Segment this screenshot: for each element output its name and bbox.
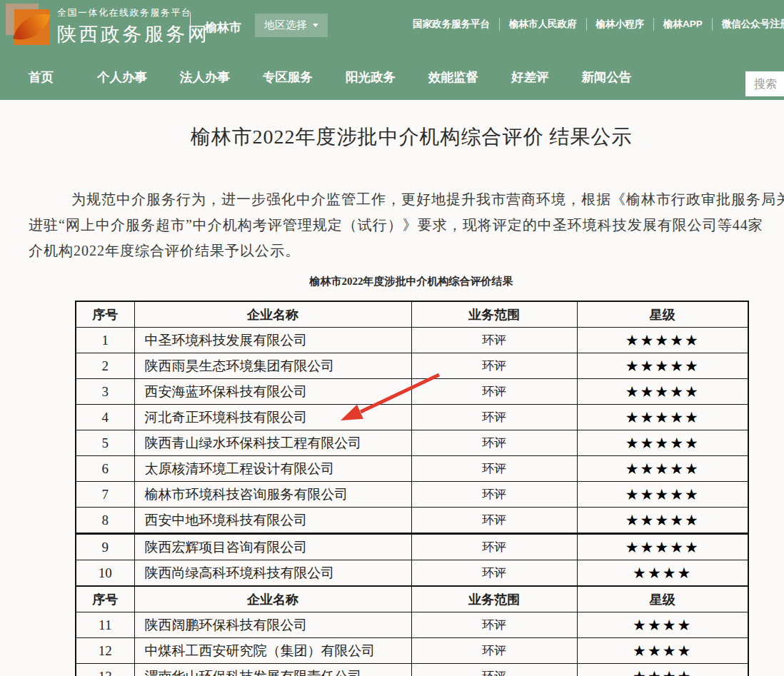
nav-item-7[interactable]: 新闻公告 bbox=[582, 69, 632, 86]
column-header: 星级 bbox=[577, 301, 748, 328]
cell-name: 陕西阔鹏环保科技有限公司 bbox=[134, 612, 411, 638]
table-header-row: 序号企业名称业务范围星级 bbox=[76, 301, 748, 328]
cell-no: 8 bbox=[76, 508, 134, 534]
table-row: 7榆林市环境科技咨询服务有限公司环评★★★★★ bbox=[76, 482, 748, 508]
table-row: 1中圣环境科技发展有限公司环评★★★★★ bbox=[76, 328, 748, 353]
site-name: 陕西政务服务网 bbox=[57, 21, 210, 47]
evaluation-table: 序号企业名称业务范围星级1中圣环境科技发展有限公司环评★★★★★2陕西雨昊生态环… bbox=[75, 301, 749, 676]
nav-item-2[interactable]: 法人办事 bbox=[180, 69, 230, 86]
table-row: 8西安中地环境科技有限公司环评★★★★★ bbox=[76, 508, 748, 534]
nav-item-3[interactable]: 专区服务 bbox=[263, 69, 313, 86]
cell-stars: ★★★★★ bbox=[577, 534, 748, 560]
cell-scope: 环评 bbox=[411, 379, 577, 405]
cell-name: 中圣环境科技发展有限公司 bbox=[134, 328, 411, 353]
cell-stars: ★★★★★ bbox=[577, 328, 748, 353]
chevron-down-icon bbox=[313, 24, 318, 27]
top-link-2[interactable]: 榆林小程序 bbox=[587, 18, 655, 31]
cell-name: 渭南华山环保科技发展有限责任公司 bbox=[134, 664, 411, 676]
cell-scope: 环评 bbox=[411, 612, 577, 638]
cell-name: 中煤科工西安研究院（集团）有限公司 bbox=[134, 638, 411, 664]
cell-scope: 环评 bbox=[411, 508, 577, 534]
top-links: 国家政务服务平台榆林市人民政府榆林小程序榆林APP微信公众号 bbox=[413, 18, 779, 31]
page-title: 榆林市2022年度涉批中介机构综合评价 结果公示 bbox=[0, 123, 784, 151]
current-city-label: 榆林市 bbox=[205, 19, 241, 36]
cell-no: 7 bbox=[76, 482, 134, 508]
cell-scope: 环评 bbox=[411, 430, 577, 456]
site-brand: 全国一体化在线政务服务平台 陕西政务服务网 bbox=[57, 6, 210, 47]
cell-name: 榆林市环境科技咨询服务有限公司 bbox=[134, 482, 411, 508]
cell-scope: 环评 bbox=[411, 405, 577, 430]
column-header: 序号 bbox=[76, 586, 134, 612]
cell-no: 3 bbox=[76, 379, 134, 405]
cell-name: 西安海蓝环保科技有限公司 bbox=[134, 379, 411, 405]
nav-item-1[interactable]: 个人办事 bbox=[97, 69, 147, 86]
cell-stars: ★★★★★ bbox=[577, 430, 748, 456]
register-link[interactable]: 注册 bbox=[770, 17, 784, 31]
cell-stars: ★★★★ bbox=[577, 664, 748, 676]
cell-stars: ★★★★ bbox=[577, 638, 748, 664]
table-header-row: 序号企业名称业务范围星级 bbox=[76, 586, 748, 612]
cell-stars: ★★★★★ bbox=[577, 353, 748, 379]
cell-scope: 环评 bbox=[411, 664, 577, 676]
table-row: 10陕西尚绿高科环境科技有限公司环评★★★★ bbox=[76, 560, 748, 587]
column-header: 企业名称 bbox=[134, 301, 411, 328]
cell-stars: ★★★★ bbox=[577, 612, 748, 638]
cell-scope: 环评 bbox=[411, 560, 577, 587]
top-link-0[interactable]: 国家政务服务平台 bbox=[413, 18, 500, 31]
site-logo bbox=[6, 2, 51, 45]
cell-no: 5 bbox=[76, 430, 134, 456]
cell-no: 13 bbox=[76, 664, 134, 676]
cell-name: 陕西尚绿高科环境科技有限公司 bbox=[134, 560, 411, 587]
cell-no: 4 bbox=[76, 405, 134, 430]
cell-stars: ★★★★ bbox=[577, 560, 748, 587]
cell-scope: 环评 bbox=[411, 456, 577, 482]
table-row: 5陕西青山绿水环保科技工程有限公司环评★★★★★ bbox=[76, 430, 748, 456]
cell-scope: 环评 bbox=[411, 638, 577, 664]
column-header: 企业名称 bbox=[134, 586, 411, 612]
top-link-3[interactable]: 榆林APP bbox=[654, 18, 713, 31]
platform-label: 全国一体化在线政务服务平台 bbox=[57, 6, 210, 19]
cell-name: 陕西雨昊生态环境集团有限公司 bbox=[134, 353, 411, 379]
column-header: 序号 bbox=[76, 301, 134, 328]
cell-no: 1 bbox=[76, 328, 134, 353]
cell-no: 2 bbox=[76, 353, 134, 379]
cell-name: 陕西宏辉项目咨询有限公司 bbox=[134, 534, 411, 560]
cell-scope: 环评 bbox=[411, 353, 577, 379]
table-row: 4河北奇正环境科技有限公司环评★★★★★ bbox=[76, 405, 748, 430]
cell-scope: 环评 bbox=[411, 328, 577, 353]
region-select-label: 地区选择 bbox=[264, 19, 307, 32]
cell-stars: ★★★★★ bbox=[577, 456, 748, 482]
column-header: 业务范围 bbox=[411, 586, 577, 612]
cell-no: 9 bbox=[76, 534, 134, 560]
cell-name: 太原核清环境工程设计有限公司 bbox=[134, 456, 411, 482]
table-row: 13渭南华山环保科技发展有限责任公司环评★★★★ bbox=[76, 664, 748, 676]
cell-scope: 环评 bbox=[411, 534, 577, 560]
top-link-1[interactable]: 榆林市人民政府 bbox=[500, 18, 587, 31]
table-row: 3西安海蓝环保科技有限公司环评★★★★★ bbox=[76, 379, 748, 405]
paragraph-line: 进驻“网上中介服务超市”中介机构考评管理规定（试行）》要求，现将评定的中圣环境科… bbox=[0, 212, 784, 238]
search-input[interactable] bbox=[745, 71, 784, 96]
nav-item-5[interactable]: 效能监督 bbox=[428, 69, 478, 86]
table-row: 6太原核清环境工程设计有限公司环评★★★★★ bbox=[76, 456, 748, 482]
paragraph-line: 介机构2022年度综合评价结果予以公示。 bbox=[0, 238, 784, 263]
logo-leaf-icon bbox=[13, 7, 51, 46]
paragraph-line: 为规范中介服务行为，进一步强化中介监管工作，更好地提升我市营商环境，根据《榆林市… bbox=[0, 186, 784, 212]
brand-divider bbox=[190, 12, 191, 41]
announcement-document: 榆林市2022年度涉批中介机构综合评价 结果公示 为规范中介服务行为，进一步强化… bbox=[0, 100, 784, 676]
column-header: 业务范围 bbox=[411, 301, 577, 328]
announcement-paragraph: 为规范中介服务行为，进一步强化中介监管工作，更好地提升我市营商环境，根据《榆林市… bbox=[0, 186, 784, 263]
table-caption: 榆林市2022年度涉批中介机构综合评价结果 bbox=[0, 275, 784, 288]
region-select-button[interactable]: 地区选择 bbox=[255, 14, 328, 37]
table-row: 9陕西宏辉项目咨询有限公司环评★★★★★ bbox=[76, 534, 748, 560]
site-header: 全国一体化在线政务服务平台 陕西政务服务网 榆林市 地区选择 国家政务服务平台榆… bbox=[0, 0, 784, 100]
nav-item-4[interactable]: 阳光政务 bbox=[346, 69, 396, 86]
column-header: 星级 bbox=[577, 586, 748, 612]
cell-no: 11 bbox=[76, 612, 134, 638]
nav-item-0[interactable]: 首页 bbox=[29, 69, 54, 86]
evaluation-table-body: 序号企业名称业务范围星级1中圣环境科技发展有限公司环评★★★★★2陕西雨昊生态环… bbox=[76, 301, 748, 676]
cell-name: 河北奇正环境科技有限公司 bbox=[134, 405, 411, 430]
cell-scope: 环评 bbox=[411, 482, 577, 508]
cell-no: 10 bbox=[76, 560, 134, 587]
nav-item-6[interactable]: 好差评 bbox=[511, 69, 549, 86]
cell-name: 西安中地环境科技有限公司 bbox=[134, 508, 411, 534]
